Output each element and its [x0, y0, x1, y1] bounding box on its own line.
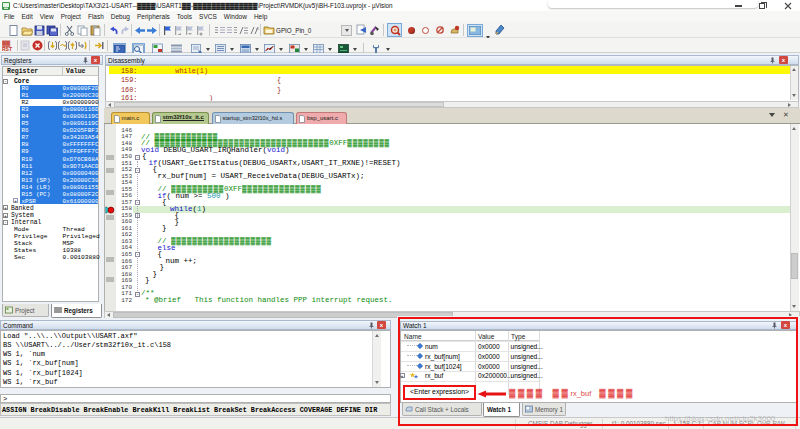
svg-text:RST: RST — [2, 46, 12, 52]
